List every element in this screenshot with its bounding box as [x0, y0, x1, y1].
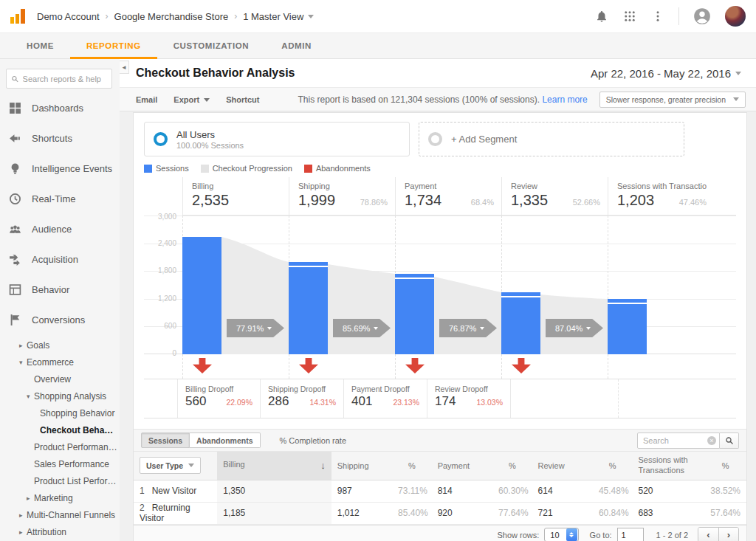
export-button[interactable]: Export	[173, 95, 210, 104]
sidebar-item-goals[interactable]: ▸Goals	[0, 337, 120, 354]
view-selector-caret-icon[interactable]	[308, 15, 314, 18]
report-header: ◄ Checkout Behavior Analysis Apr 22, 201…	[120, 59, 756, 87]
table-row[interactable]: 1New Visitor 1,350 987 73.11% 814 60.30%…	[134, 480, 746, 502]
column-header-transactions-pct[interactable]: %	[704, 452, 746, 480]
goto-page-input[interactable]	[617, 528, 644, 541]
precision-dropdown[interactable]: Slower response, greater precision	[599, 92, 746, 108]
sidebar-item-checkout-behavior[interactable]: Checkout Beha…	[0, 421, 120, 438]
sidebar-item-audience[interactable]: Audience	[0, 214, 120, 244]
conversions-subtree: ▸Goals ▾Ecommerce Overview ▾Shopping Ana…	[0, 337, 120, 540]
column-header-shipping-pct[interactable]: %	[392, 452, 432, 480]
add-segment-ring-icon	[428, 132, 442, 146]
sidebar-item-shortcuts[interactable]: Shortcuts	[0, 123, 120, 154]
account-silhouette-icon[interactable]	[693, 7, 712, 26]
funnel-bar-billing[interactable]	[182, 237, 221, 354]
funnel-step-payment: Payment 1,73468.4%	[395, 177, 501, 215]
column-header-user-type: User Type	[134, 452, 217, 480]
search-submit-button[interactable]	[720, 433, 739, 449]
search-clear-icon[interactable]: ×	[707, 436, 716, 445]
sort-descending-icon: ↓	[320, 460, 326, 471]
sidebar-item-behavior[interactable]: Behavior	[0, 275, 120, 305]
sidebar-search[interactable]	[6, 69, 112, 89]
funnel-step-headers: Billing 2,535 Shipping 1,99978.86% Payme…	[182, 177, 736, 216]
breadcrumb-view[interactable]: 1 Master View	[243, 11, 303, 22]
segment-all-users[interactable]: All Users 100.00% Sessions	[144, 122, 410, 156]
main-content: ◄ Checkout Behavior Analysis Apr 22, 201…	[120, 59, 756, 541]
y-axis-tick: 3,000	[144, 213, 176, 221]
dropoff-arrow-icon	[512, 358, 531, 373]
funnel-bar-shipping[interactable]	[289, 262, 328, 354]
funnel-bar-payment[interactable]	[395, 274, 434, 354]
breadcrumb-account[interactable]: Demo Account	[37, 11, 100, 22]
sidebar-item-dashboards[interactable]: Dashboards	[0, 93, 120, 123]
sidebar-item-ecommerce[interactable]: ▾Ecommerce	[0, 354, 120, 371]
sidebar-item-shopping-behavior[interactable]: Shopping Behavior	[0, 404, 120, 421]
more-options-icon[interactable]	[650, 9, 665, 24]
sidebar-item-multi-channel-funnels[interactable]: ▸Multi-Channel Funnels	[0, 506, 120, 523]
breadcrumb-separator-icon: ›	[106, 11, 109, 21]
table-row[interactable]: 2Returning Visitor 1,185 1,012 85.40% 92…	[134, 502, 746, 524]
table-search-input[interactable]	[643, 436, 707, 445]
column-header-review-pct[interactable]: %	[593, 452, 633, 480]
funnel-bar-review[interactable]	[501, 292, 540, 354]
column-header-billing[interactable]: Billing↓	[217, 452, 331, 480]
sidebar-item-product-performance[interactable]: Product Performan…	[0, 438, 120, 455]
show-rows-select[interactable]: 10	[544, 528, 578, 541]
column-header-payment[interactable]: Payment	[432, 452, 492, 480]
sidebar-item-intelligence-events[interactable]: Intelligence Events	[0, 154, 120, 184]
funnel-bar-transactions[interactable]	[608, 299, 647, 354]
sidebar-item-product-list-performance[interactable]: Product List Perfor…	[0, 472, 120, 489]
sidebar-item-attribution[interactable]: ▸Attribution	[0, 523, 120, 540]
sidebar-item-conversions[interactable]: Conversions	[0, 305, 120, 335]
transition-badge-payment-review[interactable]: 76.87%	[439, 319, 497, 337]
sidebar-item-overview[interactable]: Overview	[0, 371, 120, 387]
user-type-dropdown[interactable]: User Type	[140, 457, 201, 474]
column-header-shipping[interactable]: Shipping	[331, 452, 392, 480]
sidebar-collapse-icon[interactable]: ◄	[120, 61, 129, 74]
conversions-flag-icon	[9, 314, 21, 326]
dropoff-billing: Billing Dropoff 56022.09%	[177, 379, 261, 418]
breadcrumb-property[interactable]: Google Merchandise Store	[114, 11, 229, 22]
page-title: Checkout Behavior Analysis	[136, 66, 295, 80]
sidebar-item-sales-performance[interactable]: Sales Performance	[0, 455, 120, 472]
email-button[interactable]: Email	[136, 95, 157, 104]
sidebar-item-acquisition[interactable]: Acquisition	[0, 244, 120, 275]
add-segment-button[interactable]: + Add Segment	[419, 122, 684, 156]
transition-badge-shipping-payment[interactable]: 85.69%	[333, 319, 391, 337]
transition-badge-review-transactions[interactable]: 87.04%	[546, 319, 603, 337]
learn-more-link[interactable]: Learn more	[542, 94, 587, 105]
transition-badge-billing-shipping[interactable]: 77.91%	[227, 319, 284, 337]
column-header-review[interactable]: Review	[532, 452, 593, 480]
google-analytics-logo-icon	[10, 9, 27, 24]
date-range-picker[interactable]: Apr 22, 2016 - May 22, 2016	[586, 64, 746, 83]
tab-customization[interactable]: CUSTOMIZATION	[157, 33, 266, 58]
tab-reporting[interactable]: REPORTING	[70, 33, 157, 58]
sidebar-search-input[interactable]	[23, 75, 107, 83]
badge-caret-icon	[374, 327, 378, 330]
user-avatar[interactable]	[725, 6, 746, 27]
next-page-button[interactable]: ›	[718, 528, 738, 541]
previous-page-button[interactable]: ‹	[698, 528, 718, 541]
table-toolbar: Sessions Abandonments % Completion rate …	[134, 429, 746, 452]
column-header-payment-pct[interactable]: %	[492, 452, 532, 480]
table-view-abandonments-button[interactable]: Abandonments	[190, 433, 260, 448]
legend-swatch-gray	[201, 165, 209, 173]
search-icon	[11, 75, 19, 83]
top-app-bar: Demo Account › Google Merchandise Store …	[0, 0, 756, 32]
notifications-bell-icon[interactable]	[594, 9, 609, 24]
sidebar-item-shopping-analysis[interactable]: ▾Shopping Analysis	[0, 387, 120, 404]
sidebar-item-marketing[interactable]: ▸Marketing	[0, 489, 120, 506]
tab-admin[interactable]: ADMIN	[265, 33, 328, 58]
apps-grid-icon[interactable]	[622, 9, 637, 24]
shortcuts-icon	[9, 132, 21, 145]
chart-legend: Sessions Checkout Progression Abandonmen…	[134, 156, 746, 177]
completion-rate-label[interactable]: % Completion rate	[280, 436, 347, 445]
legend-swatch-blue	[144, 165, 152, 173]
tab-home[interactable]: HOME	[10, 33, 70, 58]
table-view-sessions-button[interactable]: Sessions	[141, 433, 190, 448]
dropoff-review: Review Dropoff 17413.03%	[427, 379, 511, 418]
breadcrumb-separator-icon: ›	[234, 11, 237, 21]
column-header-transactions[interactable]: Sessions with Transactions	[632, 452, 704, 480]
shortcut-button[interactable]: Shortcut	[226, 95, 259, 104]
sidebar-item-real-time[interactable]: Real-Time	[0, 184, 120, 214]
